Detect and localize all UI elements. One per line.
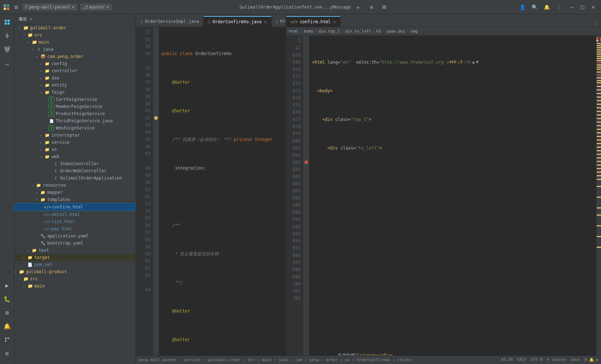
tree-item-resources[interactable]: ▾ 📁 resources xyxy=(14,182,136,189)
run-config-area: GulimallOrderApplicationTest.sen...yMess… xyxy=(114,2,514,12)
tree-item-src[interactable]: ▾ 📁 src xyxy=(14,31,136,39)
right-code-content[interactable]: 2 12 639 640 670 671 672 673 674 675 676… xyxy=(286,36,601,355)
tab-close-btn[interactable]: ✕ xyxy=(264,19,267,25)
breadcrumb-div-top1[interactable]: div.top_1 xyxy=(318,29,340,34)
tree-item-thridfeign[interactable]: 📄 ThridFeignService.java xyxy=(14,117,136,124)
settings-button[interactable]: ⚙ xyxy=(366,2,376,12)
tree-item-vo[interactable]: ▸ 📁 vo xyxy=(14,146,136,153)
tree-item-controller[interactable]: ▸ 📁 controller xyxy=(14,67,136,74)
search-button[interactable]: 🔍 xyxy=(529,2,539,12)
sidebar-icon-debug[interactable]: 🐛 xyxy=(1,292,14,305)
sidebar-icon-settings[interactable]: ⚙ xyxy=(1,347,14,360)
project-icon: P xyxy=(25,5,28,9)
tree-item-pom-xml[interactable]: 📄 pom.xml xyxy=(14,261,136,268)
tree-item-web[interactable]: ▾ 📁 web xyxy=(14,153,136,160)
tree-item-config[interactable]: ▸ 📁 config xyxy=(14,60,136,67)
tree-item-cartfeign[interactable]: I CartFeignService xyxy=(14,96,136,103)
tree-item-interceptor[interactable]: ▸ 📁 interceptor xyxy=(14,132,136,139)
tree-item-target[interactable]: ▸ 📁 target xyxy=(14,254,136,261)
tree-item-product-main[interactable]: ▸ 📁 main xyxy=(14,282,136,290)
tree-item-feign[interactable]: ▾ 📁 feign xyxy=(14,89,136,96)
minimize-button[interactable]: — xyxy=(567,2,577,12)
tab-orderconfirmvo[interactable]: J OrderConfirmVo.java ✕ xyxy=(204,16,271,27)
right-code-line-2: <html lang="en" xmlns:th="http://www.thy… xyxy=(312,59,593,66)
breadcrumb-body[interactable]: body xyxy=(304,29,313,34)
sidebar-icon-commit[interactable] xyxy=(1,29,14,42)
breadcrumb-div-toleft[interactable]: div.to_left xyxy=(345,29,371,34)
tree-item-main[interactable]: ▾ 📁 main xyxy=(14,39,136,46)
sidebar-icon-git[interactable] xyxy=(1,333,14,346)
breadcrumb-span-dui[interactable]: span.dui xyxy=(386,29,405,34)
tree-item-pay-html[interactable]: </> pay.html xyxy=(14,225,136,232)
tree-item-entity[interactable]: ▸ 📁 entity xyxy=(14,82,136,89)
sidebar-icon-notifications[interactable]: 🔔 xyxy=(1,320,14,333)
tab-label: confirm.html xyxy=(300,19,331,24)
close-button[interactable]: ✕ xyxy=(588,2,598,12)
status-right: 45:28 CRLF UTF-8 4 spaces Java 中 🔔 ⚙ xyxy=(501,357,598,363)
sidebar-icon-terminal[interactable]: ⊞ xyxy=(1,306,14,319)
tab-close-html[interactable]: ✕ xyxy=(333,19,336,25)
sidebar-icon-run[interactable]: ▶ xyxy=(1,279,14,292)
html-icon: </> xyxy=(44,212,50,217)
tab-confirm-html[interactable]: </> confirm.html ✕ xyxy=(286,16,341,27)
tree-item-memberfeign[interactable]: I MemberFeignService xyxy=(14,103,136,110)
tree-item-bootstrap-yaml[interactable]: 🔧 bootstrap.yaml xyxy=(14,240,136,247)
folder-icon: 📁 xyxy=(23,276,29,282)
tab-produ[interactable]: J Produ... xyxy=(272,16,286,27)
breadcrumb-html[interactable]: html xyxy=(289,29,299,34)
code-line-17: public class OrderConfirmVo xyxy=(162,50,286,57)
tree-item-dao[interactable]: ▸ 📁 dao xyxy=(14,74,136,82)
file-tree-content[interactable]: ▾ 📁 gulimall-order ▾ 📁 src ▾ 📁 main ▾ J … xyxy=(14,24,136,364)
left-code-content[interactable]: 17 32 33 34 35 36 37 38 39 40 41 42 43 xyxy=(136,27,286,355)
run-button[interactable]: ▶ xyxy=(353,2,363,12)
tree-item-gulimallorderapplication[interactable]: C GulimallOrderApplication xyxy=(14,174,136,182)
tree-item-confirm-html[interactable]: </> confirm.html xyxy=(14,203,136,211)
tree-item-test[interactable]: ▸ 📁 test xyxy=(14,247,136,254)
code-line-38: **/ xyxy=(162,279,286,286)
profile-button[interactable]: 👤 xyxy=(517,2,527,12)
toolbar-actions: 👤 🔍 🔔 ⋮ xyxy=(517,2,564,12)
menu-icon[interactable]: ≡ xyxy=(13,2,20,12)
status-crlf[interactable]: CRLF xyxy=(517,357,527,363)
tree-item-java[interactable]: ▾ J java xyxy=(14,46,136,53)
tab-orderserviceimpl[interactable]: J OrderServiceImpl.java xyxy=(136,16,204,27)
sidebar-icon-structure[interactable] xyxy=(1,43,14,56)
tree-item-com-peng-order[interactable]: ▾ 📦 com.peng.order xyxy=(14,53,136,60)
status-position[interactable]: 45:28 xyxy=(501,357,513,363)
maximize-button[interactable]: □ xyxy=(577,2,587,12)
code-line-36: /** xyxy=(162,222,286,229)
tree-item-gulimall-product[interactable]: ▾ 📁 gulimall-product xyxy=(14,268,136,275)
folder-icon: 📁 xyxy=(44,154,50,159)
tree-item-product-src[interactable]: ▾ 📁 src xyxy=(14,275,136,282)
tree-item-service[interactable]: ▸ 📁 service xyxy=(14,139,136,146)
window-controls: — □ ✕ xyxy=(567,2,598,12)
tree-item-application-yaml[interactable]: 🔧 application.yaml xyxy=(14,232,136,240)
sidebar-icon-more[interactable]: ⋯ xyxy=(1,58,14,71)
tree-item-productfeign[interactable]: I ProductFeignService xyxy=(14,110,136,117)
status-charset[interactable]: UTF-8 xyxy=(531,357,543,363)
file-tree-header[interactable]: 项目 ▾ xyxy=(14,14,136,24)
tree-item-gulimall-order[interactable]: ▾ 📁 gulimall-order xyxy=(14,24,136,31)
right-code-lines[interactable]: <html lang="en" xmlns:th="http://www.thy… xyxy=(309,36,596,355)
tree-item-orderwebcontroller[interactable]: C OrderWebController xyxy=(14,167,136,174)
breadcrumb-img[interactable]: img xyxy=(410,29,417,34)
tree-item-list-html[interactable]: </> list.html xyxy=(14,218,136,225)
status-lang[interactable]: Java xyxy=(570,357,580,363)
tree-item-indexcontroller[interactable]: C IndexController xyxy=(14,160,136,167)
left-code-lines[interactable]: public class OrderConfirmVo @Getter @Set… xyxy=(159,27,286,355)
branch-selector[interactable]: ⎇ master ▾ xyxy=(80,4,112,11)
tree-item-templates[interactable]: ▾ 📁 templates xyxy=(14,196,136,203)
more-button[interactable]: ⋮ xyxy=(554,2,564,12)
tree-item-detail-html[interactable]: </> detail.html xyxy=(14,211,136,218)
sidebar-icon-project[interactable] xyxy=(1,16,14,29)
right-line-numbers: 2 12 639 640 670 671 672 673 674 675 676… xyxy=(286,36,303,355)
notifications-button[interactable]: 🔔 xyxy=(542,2,552,12)
main-layout: ⋯ ▶ 🐛 ⊞ 🔔 ⚙ 项目 ▾ ▾ 📁 gulimall-order ▾ xyxy=(0,14,601,364)
breadcrumb-h5[interactable]: h5 xyxy=(376,29,381,34)
run-options-button[interactable] xyxy=(379,2,389,12)
right-tab-menu[interactable]: ⋮ xyxy=(594,22,598,27)
tree-item-wmsfeign[interactable]: I WmsFeignService xyxy=(14,124,136,132)
tree-item-mapper[interactable]: ▸ 📁 mapper xyxy=(14,189,136,196)
status-indent[interactable]: 4 spaces xyxy=(547,357,566,363)
project-selector[interactable]: P peng-mall-parent ▾ xyxy=(23,4,77,11)
